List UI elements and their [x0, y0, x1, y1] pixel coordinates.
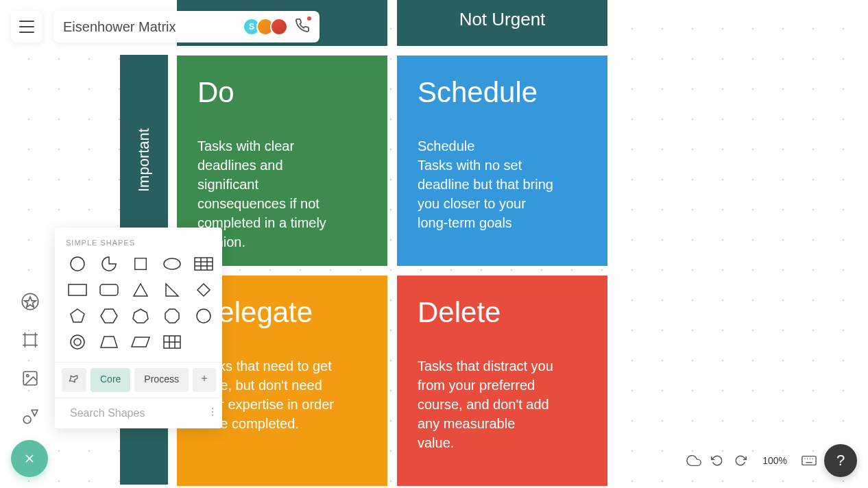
quad-title: Delete	[418, 296, 587, 329]
tab-pin-icon[interactable]	[62, 368, 86, 392]
svg-marker-25	[71, 309, 84, 322]
tab-add-icon[interactable]	[193, 368, 216, 392]
svg-marker-32	[101, 337, 117, 347]
call-indicator-dot	[307, 16, 311, 21]
image-tool-icon[interactable]	[16, 365, 44, 392]
bottom-controls: 100% ?	[686, 444, 857, 477]
svg-point-14	[164, 258, 180, 269]
shapes-grid	[55, 254, 222, 362]
svg-rect-13	[135, 258, 147, 270]
shape-tabs: Core Process	[55, 362, 222, 398]
undo-icon[interactable]	[709, 452, 725, 469]
shape-right-triangle-icon[interactable]	[159, 280, 185, 300]
star-tool-icon[interactable]	[16, 288, 44, 315]
shape-hexagon-icon[interactable]	[96, 306, 122, 326]
shape-heptagon-icon[interactable]	[128, 306, 154, 326]
zoom-level[interactable]: 100%	[756, 451, 794, 470]
svg-point-8	[23, 416, 31, 424]
quadrant-delete[interactable]: Delete Tasks that distract you from your…	[397, 276, 607, 486]
shapes-panel-label: SIMPLE SHAPES	[55, 239, 222, 254]
shape-rectangle-icon[interactable]	[64, 280, 91, 300]
title-bar: Eisenhower Matrix S	[53, 11, 320, 42]
svg-marker-33	[132, 337, 149, 347]
close-button[interactable]	[11, 440, 48, 477]
frame-tool-icon[interactable]	[16, 326, 44, 354]
left-toolbar	[16, 288, 44, 430]
quad-title: Delegate	[197, 296, 367, 329]
shape-empty	[191, 332, 217, 352]
quadrant-schedule[interactable]: Schedule Schedule Tasks with no set dead…	[397, 56, 607, 266]
shape-rounded-rect-icon[interactable]	[96, 280, 122, 300]
shapes-tool-icon[interactable]	[16, 403, 44, 430]
menu-button[interactable]	[11, 11, 43, 42]
svg-marker-24	[197, 284, 210, 296]
more-options-icon[interactable]	[207, 406, 218, 420]
svg-marker-9	[32, 410, 38, 416]
svg-rect-21	[100, 284, 118, 295]
quad-body: Schedule Tasks with no set deadline but …	[418, 136, 555, 232]
shape-ring-icon[interactable]	[64, 332, 91, 352]
search-shapes-input[interactable]	[70, 407, 207, 419]
quad-title: Schedule	[418, 76, 587, 109]
help-button[interactable]: ?	[824, 444, 857, 477]
svg-marker-26	[101, 309, 117, 323]
svg-marker-27	[133, 309, 148, 323]
svg-point-43	[212, 411, 213, 413]
shape-table-icon[interactable]	[191, 254, 217, 274]
shape-square-icon[interactable]	[128, 254, 154, 274]
header-not-urgent: Not Urgent	[397, 0, 607, 46]
shape-trapezoid-icon[interactable]	[96, 332, 122, 352]
svg-point-29	[197, 309, 210, 323]
document-title[interactable]: Eisenhower Matrix	[63, 19, 176, 35]
svg-marker-28	[165, 309, 179, 323]
tab-core[interactable]: Core	[91, 368, 130, 392]
svg-point-12	[71, 257, 84, 271]
shape-grid-icon[interactable]	[159, 332, 185, 352]
shape-decagon-icon[interactable]	[191, 306, 217, 326]
cloud-sync-icon[interactable]	[686, 452, 702, 469]
shape-triangle-icon[interactable]	[128, 280, 154, 300]
redo-icon[interactable]	[732, 452, 749, 469]
shape-circle-icon[interactable]	[64, 254, 91, 274]
keyboard-icon[interactable]	[801, 452, 817, 469]
svg-point-42	[212, 408, 213, 409]
svg-rect-15	[195, 258, 213, 270]
shape-pie-icon[interactable]	[96, 254, 122, 274]
svg-marker-1	[25, 297, 36, 307]
tab-process[interactable]: Process	[134, 368, 189, 392]
svg-rect-20	[69, 284, 86, 295]
shape-octagon-icon[interactable]	[159, 306, 185, 326]
shape-diamond-icon[interactable]	[191, 280, 217, 300]
quad-title: Do	[197, 76, 367, 109]
svg-point-44	[212, 415, 213, 416]
call-button[interactable]	[295, 18, 310, 36]
avatar[interactable]	[270, 18, 288, 36]
collaborator-avatars[interactable]: S	[247, 18, 288, 36]
svg-point-30	[71, 335, 84, 349]
svg-marker-23	[166, 284, 178, 296]
quad-body: Tasks that distract you from your prefer…	[418, 356, 555, 452]
svg-point-7	[27, 375, 29, 377]
shape-ellipse-icon[interactable]	[159, 254, 185, 274]
svg-marker-22	[134, 284, 147, 296]
shape-pentagon-icon[interactable]	[64, 306, 91, 326]
svg-point-31	[74, 339, 81, 345]
shape-search	[55, 398, 222, 428]
shapes-panel: SIMPLE SHAPES Core Process	[55, 228, 222, 428]
svg-rect-45	[802, 456, 816, 465]
shape-parallelogram-icon[interactable]	[128, 332, 154, 352]
